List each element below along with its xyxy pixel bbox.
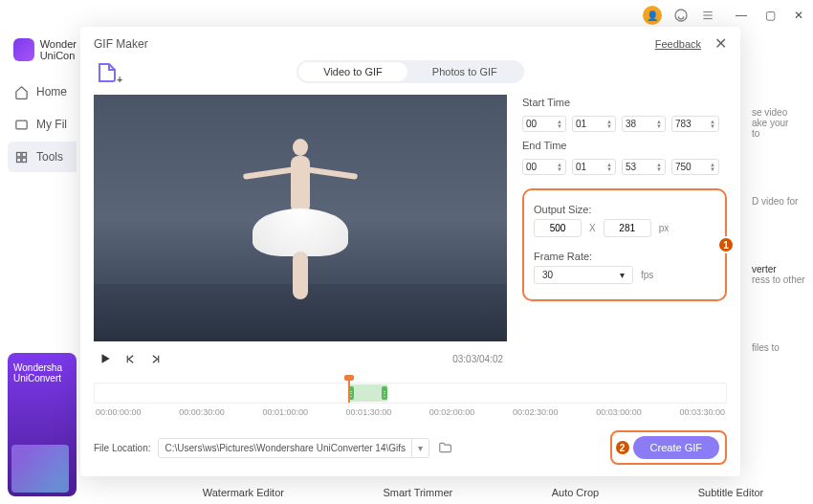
end-ms[interactable]: 750▲▼ — [671, 159, 719, 175]
add-file-button[interactable]: + — [94, 58, 121, 85]
start-s[interactable]: 38▲▼ — [622, 116, 666, 132]
output-height-input[interactable] — [604, 219, 651, 237]
svg-rect-6 — [22, 152, 26, 156]
modal-top: + Video to GIF Photos to GIF — [80, 56, 740, 95]
end-time-row: 00▲▼ 01▲▼ 53▲▼ 750▲▼ — [522, 159, 727, 175]
svg-rect-8 — [22, 158, 26, 162]
support-icon[interactable] — [673, 8, 689, 23]
promo-graphic — [11, 445, 69, 493]
home-icon — [13, 84, 29, 99]
app-name-2: UniCon — [40, 50, 77, 61]
close-button[interactable]: ✕ — [792, 9, 805, 22]
modal-title: GIF Maker — [94, 37, 148, 51]
nav-myfiles[interactable]: My Fil — [8, 109, 77, 140]
video-frame-content — [233, 118, 367, 309]
svg-rect-4 — [15, 121, 26, 129]
create-gif-highlight: 2 Create GIF — [610, 430, 727, 465]
nav-label: Tools — [36, 150, 63, 164]
gif-maker-modal: GIF Maker Feedback ✕ + Video to GIF Phot… — [80, 27, 740, 476]
end-s[interactable]: 53▲▼ — [622, 159, 666, 175]
player-controls: 03:03/04:02 — [94, 345, 507, 372]
path-dropdown-icon[interactable]: ▾ — [411, 439, 428, 457]
promo-text-1: Wondersha — [13, 362, 71, 373]
modal-footer: File Location: C:\Users\ws\Pictures\Wond… — [80, 423, 740, 476]
tool-trimmer[interactable]: Smart Trimmer — [383, 487, 452, 498]
video-preview[interactable] — [94, 95, 507, 341]
next-button[interactable] — [147, 351, 163, 366]
tools-icon — [13, 149, 29, 164]
nav-tools[interactable]: Tools — [8, 142, 77, 172]
timeline-clip[interactable] — [348, 384, 387, 402]
nav-label: My Fil — [36, 118, 67, 131]
mode-tabs: Video to GIF Photos to GIF — [297, 60, 523, 83]
timeline-track[interactable] — [94, 383, 727, 404]
end-m[interactable]: 01▲▼ — [572, 159, 616, 175]
menu-icon[interactable] — [700, 8, 715, 23]
start-h[interactable]: 00▲▼ — [522, 116, 566, 132]
callout-badge-2: 2 — [614, 439, 631, 456]
logo-icon — [13, 38, 34, 61]
output-settings-highlight: Output Size: X px Frame Rate: 30 ▾ fps 1 — [522, 188, 727, 301]
tool-watermark[interactable]: Watermark Editor — [203, 487, 284, 498]
end-time-label: End Time — [522, 140, 727, 151]
minimize-button[interactable]: — — [735, 9, 748, 22]
tool-subtitle[interactable]: Subtitle Editor — [698, 487, 763, 498]
modal-close-icon[interactable]: ✕ — [714, 34, 727, 53]
callout-badge-1: 1 — [717, 236, 735, 253]
tab-video-to-gif[interactable]: Video to GIF — [298, 62, 407, 81]
play-button[interactable] — [98, 351, 113, 366]
chevron-down-icon: ▾ — [620, 270, 625, 280]
end-h[interactable]: 00▲▼ — [522, 159, 566, 175]
nav-label: Home — [36, 85, 67, 99]
nav-home[interactable]: Home — [8, 77, 77, 107]
browse-folder-button[interactable] — [437, 440, 452, 455]
bottom-tools: Watermark Editor Smart Trimmer Auto Crop… — [153, 487, 813, 498]
feedback-link[interactable]: Feedback — [655, 38, 701, 50]
output-size-label: Output Size: — [534, 204, 715, 215]
timeline: 00:00:00:00 00:00:30:00 00:01:00:00 00:0… — [80, 379, 740, 423]
file-path-text: C:\Users\ws\Pictures\Wondershare UniConv… — [159, 439, 411, 457]
avatar[interactable]: 👤 — [643, 6, 662, 25]
time-display: 03:03/04:02 — [452, 354, 503, 364]
video-column: 03:03/04:02 — [94, 95, 507, 379]
fps-unit: fps — [641, 270, 653, 280]
dimension-x: X — [589, 223, 596, 233]
start-ms[interactable]: 783▲▼ — [671, 116, 719, 132]
promo-text-2: UniConvert — [13, 373, 71, 383]
app-name-1: Wonder — [40, 38, 77, 50]
timeline-playhead[interactable] — [348, 380, 350, 403]
start-time-label: Start Time — [522, 97, 727, 108]
file-path-box: C:\Users\ws\Pictures\Wondershare UniConv… — [158, 438, 429, 458]
output-width-input[interactable] — [534, 219, 582, 237]
modal-header: GIF Maker Feedback ✕ — [80, 27, 740, 56]
plus-icon: + — [117, 75, 122, 85]
promo-card[interactable]: Wondersha UniConvert — [8, 353, 77, 496]
window-controls: — ▢ ✕ — [735, 9, 805, 22]
px-unit: px — [659, 223, 670, 233]
app-logo: Wonder UniCon — [8, 38, 77, 61]
clip-handle-right[interactable] — [382, 386, 387, 400]
start-m[interactable]: 01▲▼ — [572, 116, 616, 132]
svg-rect-7 — [16, 158, 20, 162]
svg-rect-5 — [16, 152, 20, 156]
timeline-ruler: 00:00:00:00 00:00:30:00 00:01:00:00 00:0… — [94, 407, 727, 417]
create-gif-button[interactable]: Create GIF — [633, 436, 719, 459]
user-icon: 👤 — [647, 11, 658, 21]
settings-column: Start Time 00▲▼ 01▲▼ 38▲▼ 783▲▼ End Time… — [522, 95, 727, 379]
file-location-label: File Location: — [94, 443, 150, 453]
prev-button[interactable] — [122, 351, 138, 366]
maximize-button[interactable]: ▢ — [763, 9, 777, 22]
background-cards: se videoake yourto D video for verterres… — [746, 88, 813, 372]
frame-rate-label: Frame Rate: — [534, 251, 715, 262]
start-time-row: 00▲▼ 01▲▼ 38▲▼ 783▲▼ — [522, 116, 727, 132]
tool-autocrop[interactable]: Auto Crop — [552, 487, 600, 498]
frame-rate-select[interactable]: 30 ▾ — [534, 266, 633, 284]
folder-icon — [13, 117, 29, 132]
tab-photos-to-gif[interactable]: Photos to GIF — [407, 62, 522, 81]
